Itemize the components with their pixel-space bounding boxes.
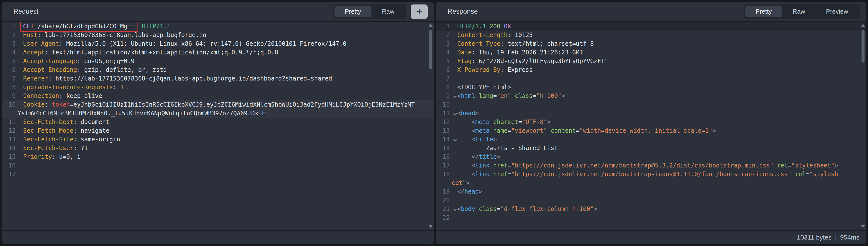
token-attr: rel (795, 171, 806, 178)
token-pc (774, 162, 777, 169)
code-text: Connection: keep-alive (23, 92, 102, 100)
token-hn: Accept-Encoding (23, 66, 77, 73)
code-text: eet"> (452, 179, 470, 187)
token-tp: < (472, 127, 475, 134)
token-tag: meta (475, 127, 490, 134)
token-hn: X-Powered-By (457, 66, 500, 73)
token-tp: < (472, 118, 475, 126)
add-request-button[interactable]: + (411, 4, 428, 19)
line-number: 4 (436, 48, 450, 57)
response-size: 10311 bytes (797, 234, 832, 241)
code-text: GET /share/bGlzdFdpdGhJZC0=Mg== HTTP/1.1 (23, 22, 170, 31)
token-pc (490, 118, 493, 126)
line-number: 10 (2, 100, 16, 109)
response-scrollbar[interactable] (861, 24, 865, 228)
code-line: 9Connection: keep-alive (2, 92, 434, 100)
line-number (2, 109, 16, 118)
token-num: 200 (490, 23, 500, 30)
line-number: 18 (436, 170, 450, 179)
token-str: "https://cdn.jsdelivr.net/npm/bootstrap@… (511, 162, 774, 169)
token-tp: > (497, 153, 500, 160)
highlight-box: GET /share/bGlzdFdpdGhJZC0=Mg== (21, 22, 138, 32)
tab-raw[interactable]: Raw (782, 6, 815, 17)
token-pc: : (500, 66, 507, 73)
line-number: 15 (2, 152, 16, 161)
token-tag: body (461, 206, 475, 212)
tab-raw[interactable]: Raw (371, 6, 405, 17)
code-line: 12Sec-Fetch-Mode: navigate (2, 127, 434, 135)
token-str: "UTF-8" (522, 118, 547, 126)
code-line: 5Etag: W/"278d-cQIv2/lOLFyaqa3bYLyOpYVGz… (436, 57, 866, 66)
fold-chevron-icon[interactable] (453, 138, 457, 141)
code-line: 17 <link href="https://cdn.jsdelivr.net/… (436, 161, 866, 170)
token-pc: : (45, 49, 52, 56)
token-pc: : (45, 101, 52, 108)
token-pc: : (500, 40, 507, 47)
response-panel-title: Response (447, 8, 478, 15)
line-number: 16 (436, 152, 450, 161)
token-tag: title (475, 136, 493, 143)
code-line: 5Accept-Language: en-US,en;q=0.9 (2, 57, 434, 66)
token-hn: Host (23, 32, 37, 38)
request-panel: Request PrettyRaw + 1GET /share/bGlzdFdp… (2, 2, 434, 244)
tab-preview[interactable]: Preview (815, 6, 859, 17)
token-pc (511, 93, 515, 99)
code-line: 17 (2, 170, 434, 179)
fold-chevron-icon[interactable] (453, 208, 457, 211)
token-str: "width=device-width, initial-scale=1" (579, 127, 712, 134)
code-text: <head> (457, 109, 479, 118)
request-view-tabs: PrettyRaw (333, 4, 406, 19)
token-tp: > (547, 118, 551, 126)
token-tp: < (472, 171, 475, 178)
code-text: Date: Thu, 19 Feb 2026 21:26:23 GMT (457, 48, 583, 57)
scroll-down-icon[interactable] (429, 225, 433, 228)
token-pc: : (37, 32, 45, 38)
response-panel-footer: 10311 bytes | 954ms (436, 230, 866, 244)
token-tp: > (479, 188, 483, 195)
line-number: 6 (2, 66, 16, 74)
code-text: <link href="https://cdn.jsdelivr.net/npm… (457, 170, 838, 179)
code-text: Zwarts - Shared List (457, 144, 558, 152)
code-line: 18 <link href="https://cdn.jsdelivr.net/… (436, 170, 866, 179)
token-hn: Date (457, 49, 472, 56)
code-line: 1HTTP/1.1 200 OK (436, 22, 866, 31)
fold-chevron-icon[interactable] (453, 95, 457, 98)
request-editor[interactable]: 1GET /share/bGlzdFdpdGhJZC0=Mg== HTTP/1.… (2, 22, 434, 230)
scroll-up-icon[interactable] (429, 24, 433, 27)
code-line: 2Host: lab-1771536078368-cj8qan.labs-app… (2, 31, 434, 39)
code-text: Host: lab-1771536078368-cj8qan.labs-app.… (23, 31, 206, 39)
token-hv: Thu, 19 Feb 2026 21:26:23 GMT (479, 49, 583, 56)
token-hv: lab-1771536078368-cj8qan.labs-app.bugfor… (45, 32, 206, 38)
fold-chevron-icon[interactable] (453, 112, 457, 115)
scroll-up-icon[interactable] (861, 24, 865, 27)
token-hv: gzip, deflate, br, zstd (84, 66, 167, 73)
request-scrollbar-thumb[interactable] (429, 30, 432, 69)
line-number: 8 (2, 83, 16, 92)
code-line-wrap: YsImV4cCI6MTc3MTU0MzUxNn0._tu5JKJhvrKANp… (2, 109, 434, 118)
line-number: 2 (2, 31, 16, 39)
token-pc: : (472, 49, 479, 56)
token-tag: html (461, 93, 475, 99)
token-pc: = (507, 171, 511, 178)
token-pc: = (70, 101, 73, 108)
token-hn: Sec-Fetch-Dest (23, 118, 73, 126)
token-pc: : (73, 127, 81, 134)
token-hv: document (81, 118, 110, 126)
token-tp: < (457, 93, 461, 99)
response-viewer[interactable]: 1HTTP/1.1 200 OK2Content-Length: 101253C… (436, 22, 866, 230)
token-tag: head (461, 110, 475, 117)
tab-pretty[interactable]: Pretty (334, 6, 371, 17)
request-scrollbar[interactable] (428, 24, 433, 228)
scroll-down-icon[interactable] (861, 225, 865, 228)
line-number: 6 (436, 66, 450, 74)
token-hv: keep-alive (66, 93, 102, 99)
tab-pretty[interactable]: Pretty (745, 6, 782, 17)
response-scrollbar-thumb[interactable] (862, 30, 865, 63)
token-pc (457, 118, 472, 126)
token-pc: : (73, 145, 81, 151)
code-line: 21<body class="d-flex flex-column h-100"… (436, 205, 866, 213)
code-line: 10 (436, 100, 866, 109)
line-number: 2 (436, 31, 450, 39)
code-text: Sec-Fetch-User: ?1 (23, 144, 88, 152)
token-hn: Sec-Fetch-Site (23, 136, 73, 143)
